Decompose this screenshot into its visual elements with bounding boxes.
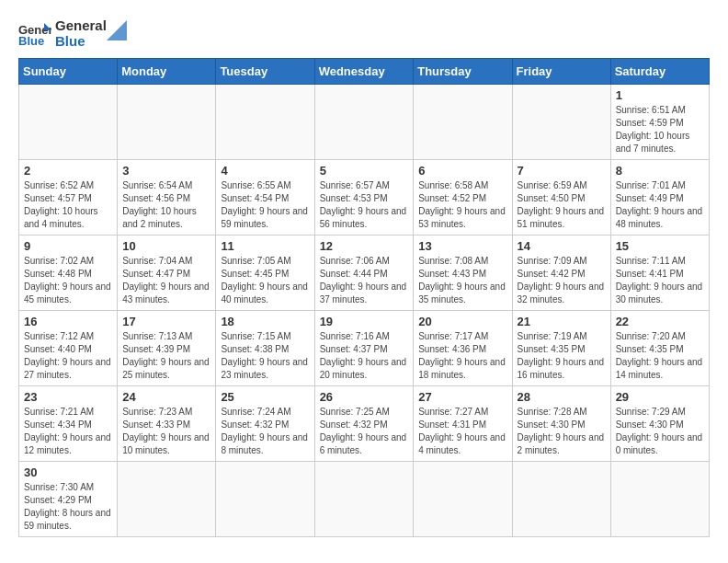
day-number: 18 — [221, 315, 309, 328]
calendar-cell — [414, 462, 512, 537]
day-number: 6 — [418, 164, 506, 178]
calendar-cell: 20Sunrise: 7:17 AMSunset: 4:36 PMDayligh… — [414, 311, 512, 386]
calendar-cell — [118, 462, 216, 537]
calendar-cell: 14Sunrise: 7:09 AMSunset: 4:42 PMDayligh… — [512, 236, 610, 311]
page-header: General Blue General Blue — [18, 18, 710, 49]
day-number: 22 — [616, 315, 704, 328]
day-info: Sunrise: 7:01 AMSunset: 4:49 PMDaylight:… — [616, 179, 704, 231]
calendar-cell: 19Sunrise: 7:16 AMSunset: 4:37 PMDayligh… — [314, 311, 414, 386]
day-info: Sunrise: 6:54 AMSunset: 4:56 PMDaylight:… — [122, 179, 210, 231]
calendar-cell: 13Sunrise: 7:08 AMSunset: 4:43 PMDayligh… — [414, 236, 512, 311]
day-info: Sunrise: 7:25 AMSunset: 4:32 PMDaylight:… — [320, 406, 409, 457]
day-header-saturday: Saturday — [610, 59, 709, 85]
day-number: 23 — [24, 390, 112, 404]
day-number: 8 — [616, 164, 704, 178]
day-info: Sunrise: 7:11 AMSunset: 4:41 PMDaylight:… — [616, 255, 704, 306]
day-number: 12 — [320, 239, 409, 253]
calendar-cell: 26Sunrise: 7:25 AMSunset: 4:32 PMDayligh… — [314, 386, 414, 462]
day-info: Sunrise: 7:04 AMSunset: 4:47 PMDaylight:… — [122, 255, 210, 306]
day-number: 7 — [518, 164, 606, 178]
day-info: Sunrise: 7:06 AMSunset: 4:44 PMDaylight:… — [320, 255, 409, 306]
calendar-cell: 15Sunrise: 7:11 AMSunset: 4:41 PMDayligh… — [610, 236, 709, 311]
day-info: Sunrise: 7:28 AMSunset: 4:30 PMDaylight:… — [518, 406, 606, 457]
calendar-cell: 21Sunrise: 7:19 AMSunset: 4:35 PMDayligh… — [512, 311, 610, 386]
day-info: Sunrise: 7:05 AMSunset: 4:45 PMDaylight:… — [221, 255, 309, 306]
calendar-cell: 29Sunrise: 7:29 AMSunset: 4:30 PMDayligh… — [610, 386, 709, 462]
calendar-cell: 1Sunrise: 6:51 AMSunset: 4:59 PMDaylight… — [610, 85, 709, 160]
svg-marker-3 — [107, 20, 127, 40]
day-number: 4 — [221, 164, 309, 178]
calendar-cell — [314, 85, 414, 160]
day-info: Sunrise: 7:19 AMSunset: 4:35 PMDaylight:… — [518, 330, 606, 382]
calendar-cell: 18Sunrise: 7:15 AMSunset: 4:38 PMDayligh… — [216, 311, 314, 386]
day-number: 19 — [320, 315, 409, 328]
day-number: 26 — [320, 390, 409, 404]
day-number: 14 — [518, 239, 606, 253]
calendar-cell: 30Sunrise: 7:30 AMSunset: 4:29 PMDayligh… — [19, 462, 118, 537]
logo: General Blue General Blue — [18, 18, 127, 49]
day-info: Sunrise: 7:12 AMSunset: 4:40 PMDaylight:… — [24, 330, 112, 382]
calendar-week-3: 9Sunrise: 7:02 AMSunset: 4:48 PMDaylight… — [19, 236, 710, 311]
calendar-cell — [216, 85, 314, 160]
calendar-cell: 8Sunrise: 7:01 AMSunset: 4:49 PMDaylight… — [610, 160, 709, 236]
calendar-cell: 9Sunrise: 7:02 AMSunset: 4:48 PMDaylight… — [19, 236, 118, 311]
day-number: 24 — [122, 390, 210, 404]
day-number: 30 — [24, 465, 112, 479]
calendar-cell: 24Sunrise: 7:23 AMSunset: 4:33 PMDayligh… — [118, 386, 216, 462]
calendar-week-5: 23Sunrise: 7:21 AMSunset: 4:34 PMDayligh… — [19, 386, 710, 462]
day-info: Sunrise: 7:20 AMSunset: 4:35 PMDaylight:… — [616, 330, 704, 382]
day-info: Sunrise: 7:13 AMSunset: 4:39 PMDaylight:… — [122, 330, 210, 382]
day-number: 20 — [418, 315, 506, 328]
calendar-week-6: 30Sunrise: 7:30 AMSunset: 4:29 PMDayligh… — [19, 462, 710, 537]
day-number: 2 — [24, 164, 112, 178]
day-number: 25 — [221, 390, 309, 404]
calendar-cell — [216, 462, 314, 537]
calendar-cell — [19, 85, 118, 160]
logo-blue: Blue — [55, 34, 107, 50]
calendar-cell: 6Sunrise: 6:58 AMSunset: 4:52 PMDaylight… — [414, 160, 512, 236]
day-info: Sunrise: 6:51 AMSunset: 4:59 PMDaylight:… — [616, 104, 704, 155]
calendar-cell: 5Sunrise: 6:57 AMSunset: 4:53 PMDaylight… — [314, 160, 414, 236]
day-number: 13 — [418, 239, 506, 253]
day-number: 11 — [221, 239, 309, 253]
day-info: Sunrise: 6:59 AMSunset: 4:50 PMDaylight:… — [518, 179, 606, 231]
calendar-cell — [512, 85, 610, 160]
day-header-friday: Friday — [512, 59, 610, 85]
svg-text:Blue: Blue — [18, 34, 44, 47]
calendar-cell: 12Sunrise: 7:06 AMSunset: 4:44 PMDayligh… — [314, 236, 414, 311]
day-number: 16 — [24, 315, 112, 328]
calendar-cell — [610, 462, 709, 537]
day-info: Sunrise: 7:17 AMSunset: 4:36 PMDaylight:… — [418, 330, 506, 382]
calendar-cell: 16Sunrise: 7:12 AMSunset: 4:40 PMDayligh… — [19, 311, 118, 386]
logo-triangle-icon — [107, 20, 127, 40]
day-number: 9 — [24, 239, 112, 253]
calendar-cell — [512, 462, 610, 537]
calendar-cell: 28Sunrise: 7:28 AMSunset: 4:30 PMDayligh… — [512, 386, 610, 462]
day-info: Sunrise: 7:02 AMSunset: 4:48 PMDaylight:… — [24, 255, 112, 306]
day-header-wednesday: Wednesday — [314, 59, 414, 85]
calendar-cell: 22Sunrise: 7:20 AMSunset: 4:35 PMDayligh… — [610, 311, 709, 386]
calendar-cell: 23Sunrise: 7:21 AMSunset: 4:34 PMDayligh… — [19, 386, 118, 462]
day-number: 3 — [122, 164, 210, 178]
day-info: Sunrise: 7:09 AMSunset: 4:42 PMDaylight:… — [518, 255, 606, 306]
day-header-thursday: Thursday — [414, 59, 512, 85]
day-info: Sunrise: 7:29 AMSunset: 4:30 PMDaylight:… — [616, 406, 704, 457]
calendar-week-2: 2Sunrise: 6:52 AMSunset: 4:57 PMDaylight… — [19, 160, 710, 236]
calendar-header-row: SundayMondayTuesdayWednesdayThursdayFrid… — [19, 59, 710, 85]
logo-icon: General Blue — [18, 21, 51, 47]
calendar-cell: 4Sunrise: 6:55 AMSunset: 4:54 PMDaylight… — [216, 160, 314, 236]
day-info: Sunrise: 7:27 AMSunset: 4:31 PMDaylight:… — [418, 406, 506, 457]
day-info: Sunrise: 7:30 AMSunset: 4:29 PMDaylight:… — [24, 481, 112, 533]
day-header-tuesday: Tuesday — [216, 59, 314, 85]
calendar-cell — [414, 85, 512, 160]
calendar-week-4: 16Sunrise: 7:12 AMSunset: 4:40 PMDayligh… — [19, 311, 710, 386]
calendar-table: SundayMondayTuesdayWednesdayThursdayFrid… — [18, 58, 710, 537]
day-header-sunday: Sunday — [19, 59, 118, 85]
day-number: 5 — [320, 164, 409, 178]
calendar-cell: 27Sunrise: 7:27 AMSunset: 4:31 PMDayligh… — [414, 386, 512, 462]
calendar-cell: 10Sunrise: 7:04 AMSunset: 4:47 PMDayligh… — [118, 236, 216, 311]
day-info: Sunrise: 7:23 AMSunset: 4:33 PMDaylight:… — [122, 406, 210, 457]
day-number: 27 — [418, 390, 506, 404]
calendar-cell: 7Sunrise: 6:59 AMSunset: 4:50 PMDaylight… — [512, 160, 610, 236]
day-number: 29 — [616, 390, 704, 404]
